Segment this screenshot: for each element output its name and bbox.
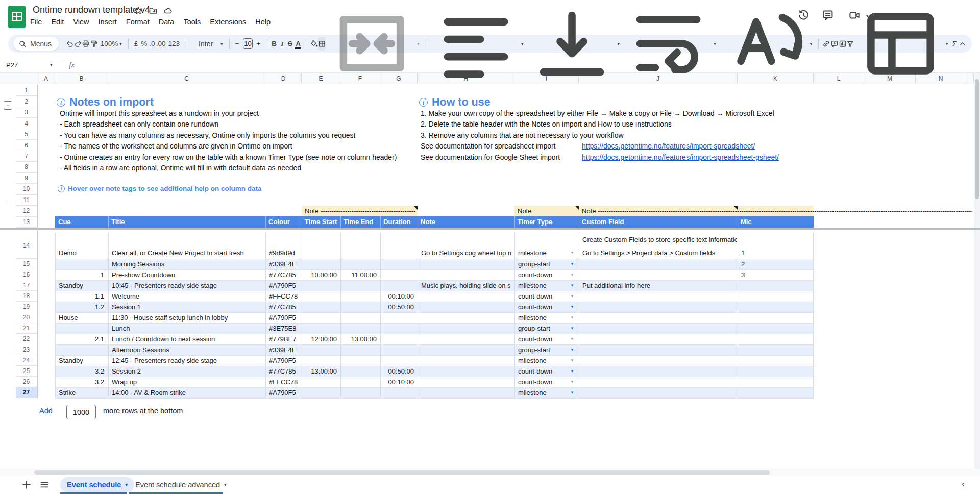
- cell-title-24[interactable]: 12:45 - Presenters ready side stage: [109, 355, 265, 366]
- row-header-27[interactable]: 27: [16, 387, 37, 398]
- row-header-9[interactable]: 9: [16, 173, 37, 184]
- column-header-B[interactable]: B: [55, 73, 108, 84]
- cell-cue-22[interactable]: 2.1: [56, 334, 108, 344]
- cell-mic-16[interactable]: 3: [738, 269, 813, 280]
- cell-time-start-25[interactable]: 13:00:00: [302, 366, 340, 377]
- row-header-13[interactable]: 13: [16, 217, 37, 228]
- cell-title-25[interactable]: Session 2: [109, 366, 265, 377]
- cell-custom-17[interactable]: Put additional info here: [579, 280, 737, 291]
- cell-timer-type-22[interactable]: count-down▼: [515, 334, 578, 344]
- undo-button[interactable]: [66, 37, 74, 51]
- cell-timer-type-25[interactable]: count-down▼: [515, 366, 578, 377]
- timer-type-dropdown-icon[interactable]: ▼: [570, 280, 574, 291]
- row-header-10[interactable]: 10: [16, 184, 37, 194]
- collapse-panel-icon[interactable]: ‹: [962, 478, 965, 489]
- vertical-align-button[interactable]: ▾: [526, 37, 622, 51]
- decrease-font-size-button[interactable]: −: [233, 37, 241, 51]
- cell-timer-type-26[interactable]: count-down▼: [515, 377, 578, 387]
- insert-link-button[interactable]: [822, 37, 830, 51]
- cell-duration-18[interactable]: 00:10:00: [381, 291, 417, 302]
- cell-colour-23[interactable]: #339E4E: [266, 344, 301, 355]
- row-header-7[interactable]: 7: [16, 151, 37, 162]
- row-header-19[interactable]: 19: [16, 302, 37, 312]
- cell-colour-27[interactable]: #A790F5: [266, 387, 301, 398]
- comments-icon[interactable]: [822, 9, 834, 21]
- collapse-toolbar-button[interactable]: [959, 37, 967, 51]
- cell-duration-26[interactable]: 00:10:00: [381, 377, 417, 387]
- add-rows-count-input[interactable]: [66, 405, 96, 419]
- cell-colour-16[interactable]: #77C785: [266, 269, 301, 280]
- table-views-button[interactable]: ▾: [854, 37, 951, 51]
- merge-cells-button[interactable]: ▾: [326, 37, 422, 51]
- cell-title-15[interactable]: Morning Sessions: [109, 259, 265, 269]
- row-header-14[interactable]: 14: [16, 232, 37, 259]
- cell-colour-20[interactable]: #A790F5: [266, 312, 301, 323]
- timer-type-dropdown-icon[interactable]: ▼: [570, 334, 574, 344]
- cell-cue-16[interactable]: 1: [56, 269, 108, 280]
- cell-colour-15[interactable]: #339E4E: [266, 259, 301, 269]
- cell-timer-type-23[interactable]: group-start▼: [515, 344, 578, 355]
- row-header-8[interactable]: 8: [16, 162, 37, 172]
- insert-chart-button[interactable]: [839, 37, 847, 51]
- cell-timer-type-18[interactable]: count-down▼: [515, 291, 578, 302]
- cell-time-end-22[interactable]: 13:00:00: [341, 334, 380, 344]
- print-button[interactable]: [82, 37, 90, 51]
- cell-title-27[interactable]: 14:00 - AV & Room strike: [109, 387, 265, 398]
- add-sheet-icon[interactable]: [21, 479, 32, 490]
- cell-cue-24[interactable]: Standby: [56, 355, 108, 366]
- increase-decimal-button[interactable]: .00: [156, 37, 166, 51]
- timer-type-dropdown-icon[interactable]: ▼: [570, 259, 574, 269]
- cell-note-14[interactable]: Go to Settings cog wheel top ri: [418, 248, 514, 258]
- paint-format-button[interactable]: [90, 37, 98, 51]
- table-header-time-end[interactable]: Time End: [340, 216, 380, 228]
- cell-cue-20[interactable]: House: [56, 312, 108, 323]
- row-header-12[interactable]: 12: [16, 206, 37, 216]
- cell-cue-18[interactable]: 1.1: [56, 291, 108, 302]
- cell-colour-22[interactable]: #779BE7: [266, 334, 301, 344]
- row-header-23[interactable]: 23: [16, 344, 37, 355]
- currency-format-button[interactable]: £: [132, 37, 140, 51]
- cell-colour-24[interactable]: #A790F5: [266, 355, 301, 366]
- redo-button[interactable]: [74, 37, 82, 51]
- timer-type-dropdown-icon[interactable]: ▼: [570, 377, 574, 387]
- row-header-17[interactable]: 17: [16, 280, 37, 291]
- timer-type-dropdown-icon[interactable]: ▼: [570, 366, 574, 377]
- cell-time-start-16[interactable]: 10:00:00: [302, 269, 340, 280]
- cell-colour-14[interactable]: #9d9d9d: [266, 248, 301, 258]
- timer-type-dropdown-icon[interactable]: ▼: [570, 248, 574, 258]
- cell-colour-17[interactable]: #A790F5: [266, 280, 301, 291]
- column-header-A[interactable]: A: [37, 73, 55, 84]
- menu-edit[interactable]: Edit: [46, 16, 68, 28]
- font-select[interactable]: Inter▾: [190, 37, 226, 51]
- row-header-1[interactable]: 1: [16, 85, 37, 96]
- move-folder-icon[interactable]: [149, 6, 158, 15]
- strikethrough-button[interactable]: S: [286, 37, 295, 51]
- doc-link[interactable]: https://docs.getontime.no/features/impor…: [582, 152, 779, 163]
- cell-timer-type-19[interactable]: count-down▼: [515, 302, 578, 312]
- cell-cue-27[interactable]: Strike: [56, 387, 108, 398]
- table-header-mic[interactable]: Mic: [738, 216, 814, 228]
- cell-colour-18[interactable]: #FFCC78: [266, 291, 301, 302]
- cell-colour-21[interactable]: #3E75E8: [266, 323, 301, 334]
- cell-timer-type-20[interactable]: milestone▼: [515, 312, 578, 323]
- increase-font-size-button[interactable]: +: [255, 37, 263, 51]
- cell-title-18[interactable]: Welcome: [109, 291, 265, 302]
- row-header-6[interactable]: 6: [16, 140, 37, 151]
- row-header-2[interactable]: 2: [16, 96, 37, 107]
- cell-time-end-16[interactable]: 11:00:00: [341, 269, 380, 280]
- cell-title-17[interactable]: 10:45 - Presenters ready side stage: [109, 280, 265, 291]
- menu-view[interactable]: View: [68, 16, 93, 28]
- cell-colour-19[interactable]: #77C785: [266, 302, 301, 312]
- cell-timer-type-27[interactable]: milestone▼: [515, 387, 578, 398]
- zoom-select[interactable]: 100%▾: [98, 37, 125, 51]
- timer-type-dropdown-icon[interactable]: ▼: [570, 312, 574, 323]
- timer-type-dropdown-icon[interactable]: ▼: [570, 323, 574, 334]
- row-header-15[interactable]: 15: [16, 259, 37, 269]
- percent-format-button[interactable]: %: [140, 37, 148, 51]
- timer-type-dropdown-icon[interactable]: ▼: [570, 269, 574, 280]
- row-header-26[interactable]: 26: [16, 377, 37, 387]
- row-header-18[interactable]: 18: [16, 291, 37, 302]
- row-header-25[interactable]: 25: [16, 366, 37, 377]
- cloud-status-icon[interactable]: [163, 6, 173, 15]
- cell-title-21[interactable]: Lunch: [109, 323, 265, 334]
